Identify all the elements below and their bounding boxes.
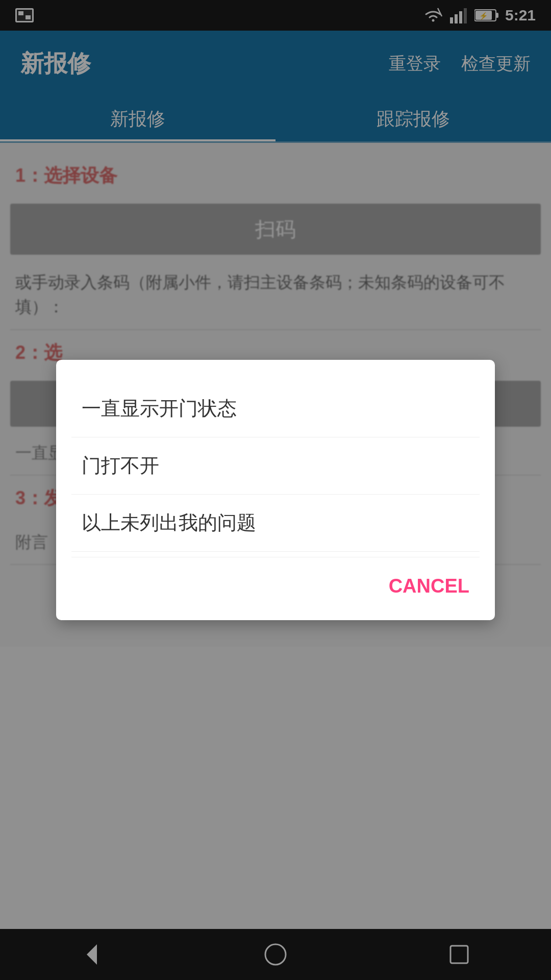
cancel-button[interactable]: CANCEL [379, 568, 480, 605]
dialog-item-2[interactable]: 以上未列出我的问题 [71, 495, 480, 552]
dialog-actions: CANCEL [71, 557, 480, 605]
dialog-item-0[interactable]: 一直显示开门状态 [71, 380, 480, 437]
overlay: 一直显示开门状态 门打不开 以上未列出我的问题 CANCEL [0, 0, 551, 980]
dialog: 一直显示开门状态 门打不开 以上未列出我的问题 CANCEL [56, 360, 495, 620]
dialog-item-1[interactable]: 门打不开 [71, 437, 480, 495]
